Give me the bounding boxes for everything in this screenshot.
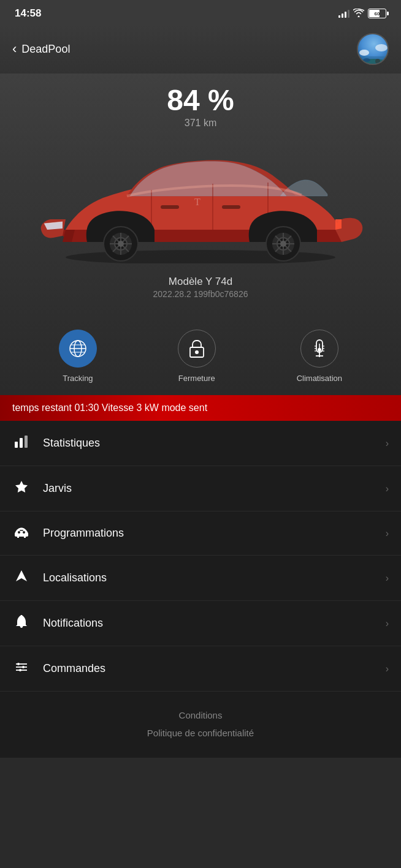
- car-version-label: 2022.28.2 199fb0c76826: [12, 289, 389, 299]
- svg-point-2: [359, 50, 369, 56]
- notifications-label: Notifications: [43, 617, 386, 630]
- fermeture-button[interactable]: Fermeture: [178, 330, 216, 383]
- signal-bars-icon: [338, 9, 349, 18]
- car-model-info: Modèle Y 74d 2022.28.2 199fb0c76826: [12, 276, 389, 299]
- back-button[interactable]: ‹ DeadPool: [12, 41, 70, 57]
- commandes-icon: [12, 660, 31, 677]
- programmations-chevron-icon: ›: [386, 528, 389, 539]
- jarvis-chevron-icon: ›: [386, 483, 389, 494]
- svg-rect-12: [161, 205, 179, 209]
- svg-point-21: [118, 241, 124, 247]
- car-image: T: [12, 135, 389, 270]
- notifications-chevron-icon: ›: [386, 618, 389, 629]
- svg-point-65: [19, 669, 21, 671]
- tracking-button[interactable]: Tracking: [59, 330, 97, 383]
- fermeture-label: Fermeture: [178, 374, 215, 383]
- tracking-label: Tracking: [63, 374, 93, 383]
- statistiques-icon: [12, 434, 31, 452]
- menu-list: Statistiques › Jarvis › Programmations ›: [0, 421, 401, 692]
- svg-point-29: [280, 241, 286, 247]
- climatisation-label: Climatisation: [297, 374, 342, 383]
- back-arrow-icon: ‹: [12, 41, 17, 57]
- svg-marker-52: [15, 481, 28, 492]
- svg-text:T: T: [194, 197, 200, 207]
- climatisation-circle: [300, 330, 338, 368]
- menu-item-commandes[interactable]: Commandes ›: [0, 646, 401, 692]
- svg-rect-50: [20, 438, 23, 448]
- privacy-link[interactable]: Politique de confidentialité: [12, 728, 389, 738]
- commandes-label: Commandes: [43, 662, 386, 675]
- car-name: DeadPool: [21, 43, 70, 56]
- commandes-chevron-icon: ›: [386, 663, 389, 674]
- localisations-label: Localisations: [43, 572, 386, 584]
- localisations-icon: [12, 569, 31, 587]
- svg-rect-51: [25, 436, 28, 448]
- status-icons: 60: [338, 9, 386, 19]
- svg-rect-54: [24, 535, 26, 538]
- localisations-chevron-icon: ›: [386, 573, 389, 584]
- svg-marker-58: [16, 570, 27, 581]
- svg-rect-4: [358, 56, 389, 65]
- svg-rect-53: [17, 535, 19, 538]
- svg-rect-13: [222, 205, 240, 209]
- svg-point-55: [18, 531, 20, 534]
- svg-point-5: [363, 58, 370, 62]
- actions-row: Tracking Fermeture: [0, 317, 401, 395]
- svg-point-37: [195, 350, 199, 354]
- hero-section: 84 % 371 km: [0, 74, 401, 317]
- svg-point-3: [375, 44, 388, 51]
- menu-item-localisations[interactable]: Localisations ›: [0, 556, 401, 601]
- header: ‹ DeadPool: [0, 25, 401, 74]
- svg-point-6: [375, 59, 380, 64]
- svg-point-63: [17, 663, 20, 665]
- programmations-icon: [12, 525, 31, 542]
- svg-point-56: [23, 531, 25, 534]
- menu-item-statistiques[interactable]: Statistiques ›: [0, 421, 401, 466]
- car-svg: T: [29, 141, 372, 263]
- jarvis-icon: [12, 480, 31, 497]
- svg-point-64: [22, 666, 25, 668]
- menu-item-notifications[interactable]: Notifications ›: [0, 601, 401, 646]
- notifications-icon: [12, 614, 31, 632]
- avatar-image: [358, 34, 388, 64]
- avatar[interactable]: [357, 33, 389, 65]
- battery-km: 371 km: [12, 118, 389, 129]
- svg-rect-49: [15, 442, 18, 448]
- statistiques-label: Statistiques: [43, 437, 386, 450]
- fermeture-circle: [178, 330, 216, 368]
- status-bar: 14:58 60: [0, 0, 401, 25]
- battery-icon: 60: [368, 9, 386, 18]
- charging-text: temps restant 01:30 Vitesse 3 kW mode se…: [12, 402, 207, 413]
- menu-item-jarvis[interactable]: Jarvis ›: [0, 466, 401, 511]
- tracking-circle: [59, 330, 97, 368]
- jarvis-label: Jarvis: [43, 482, 386, 495]
- conditions-link[interactable]: Conditions: [12, 710, 389, 720]
- car-model-label: Modèle Y 74d: [12, 276, 389, 288]
- charging-banner: temps restant 01:30 Vitesse 3 kW mode se…: [0, 395, 401, 421]
- svg-rect-57: [20, 530, 23, 531]
- wifi-icon: [353, 9, 364, 19]
- status-time: 14:58: [15, 7, 41, 20]
- footer: Conditions Politique de confidentialité: [0, 692, 401, 758]
- menu-item-programmations[interactable]: Programmations ›: [0, 511, 401, 556]
- statistiques-chevron-icon: ›: [386, 438, 389, 449]
- battery-percent: 84 %: [12, 86, 389, 115]
- climatisation-button[interactable]: Climatisation: [297, 330, 342, 383]
- programmations-label: Programmations: [43, 527, 386, 540]
